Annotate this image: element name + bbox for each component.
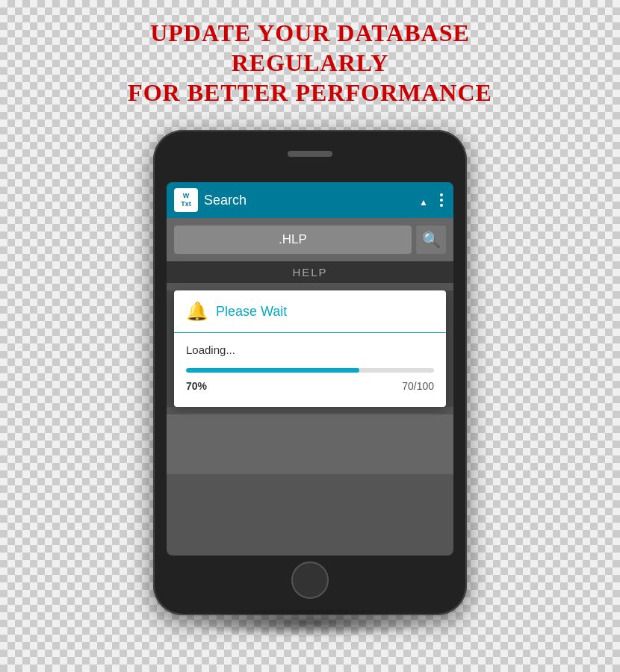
phone-speaker (288, 151, 332, 157)
signal-icon (419, 195, 431, 205)
phone-wrapper: Search 🔍 HELP (153, 130, 467, 615)
headline-line1: Update Your Database (150, 19, 470, 46)
search-input[interactable] (174, 225, 412, 254)
search-button[interactable]: 🔍 (416, 225, 446, 254)
progress-bar-container (186, 368, 434, 373)
alert-icon: 🔔 (186, 301, 208, 322)
dialog-title-bar: 🔔 Please Wait (174, 290, 446, 333)
dialog-box: 🔔 Please Wait Loading... 70% 70/100 (174, 290, 446, 407)
dialog-body: Loading... 70% 70/100 (174, 333, 446, 407)
progress-percent: 70% (186, 380, 207, 392)
progress-fraction: 70/100 (402, 380, 434, 392)
loading-text: Loading... (186, 343, 434, 356)
headline-line2: Regularly (232, 49, 389, 76)
headline-line3: for Better Performance (128, 79, 492, 106)
phone-screen-area: Search 🔍 HELP (167, 182, 453, 556)
progress-bar-fill (186, 368, 359, 373)
phone-home-button[interactable] (291, 561, 329, 599)
headline: Update Your Database Regularly for Bette… (83, 0, 537, 122)
search-icon: 🔍 (422, 231, 441, 249)
app-icon (174, 188, 198, 212)
app-bar-title: Search (204, 193, 413, 208)
category-label: HELP (292, 266, 327, 279)
app-bar: Search (167, 182, 453, 218)
menu-button[interactable] (437, 190, 446, 210)
category-header: HELP (167, 261, 453, 283)
screen-content (167, 414, 453, 474)
dialog-title: Please Wait (216, 304, 287, 320)
search-bar-area: 🔍 (167, 218, 453, 261)
dialog-overlay: 🔔 Please Wait Loading... 70% 70/100 (167, 290, 453, 407)
progress-labels: 70% 70/100 (186, 380, 434, 392)
phone-body: Search 🔍 HELP (153, 130, 467, 615)
